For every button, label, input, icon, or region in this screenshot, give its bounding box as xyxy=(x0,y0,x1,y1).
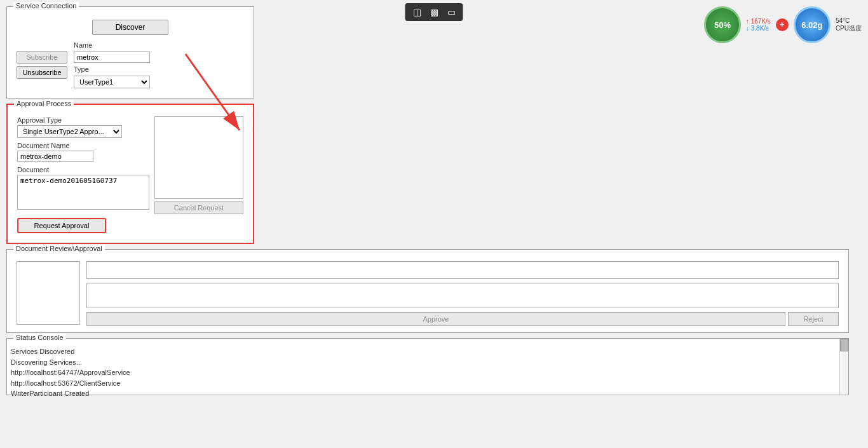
document-field: Document metrox-demo201605160737 xyxy=(17,166,149,212)
review-left-panel xyxy=(17,261,80,325)
status-console-panel: Status Console Services DiscoveredDiscov… xyxy=(6,338,849,395)
approval-type-select[interactable]: Single UserType2 Appro... xyxy=(17,125,122,138)
review-content: Approve Reject xyxy=(17,261,839,326)
approval-type-label: Approval Type xyxy=(17,116,149,124)
document-name-input[interactable] xyxy=(17,151,93,162)
status-line: WriterParticipant Created xyxy=(11,388,844,396)
approval-type-field: Approval Type Single UserType2 Appro... xyxy=(17,116,149,138)
status-console-content: Services DiscoveredDiscovering Services.… xyxy=(7,344,848,396)
document-textarea[interactable]: metrox-demo201605160737 xyxy=(17,175,149,210)
service-connection-title: Service Connection xyxy=(13,2,79,10)
name-label: Name xyxy=(74,41,150,49)
approve-button[interactable]: Approve xyxy=(86,312,785,326)
document-name-label: Document Name xyxy=(17,142,149,149)
status-scrollbar-thumb[interactable] xyxy=(840,339,848,351)
review-top-input[interactable] xyxy=(86,261,839,279)
status-line: Services Discovered xyxy=(11,346,844,357)
status-line: Discovering Services... xyxy=(11,357,844,368)
approval-process-panel: Approval Process Approval Type Single Us… xyxy=(6,104,254,244)
name-input[interactable] xyxy=(74,51,150,63)
approval-left: Approval Type Single UserType2 Appro... … xyxy=(17,116,149,233)
approval-right-textarea[interactable] xyxy=(154,116,243,199)
discover-button[interactable]: Discover xyxy=(92,20,168,35)
sub-unsub-group: Subscribe Unsubscribe xyxy=(17,51,67,79)
request-approval-button[interactable]: Request Approval xyxy=(17,218,106,233)
status-line: http://localhost:53672/ClientService xyxy=(11,378,844,389)
document-review-title: Document Review\Approval xyxy=(13,245,105,252)
status-scrollbar[interactable] xyxy=(839,339,848,395)
name-field-group: Name Type UserType1 xyxy=(74,41,150,88)
reject-button[interactable]: Reject xyxy=(788,312,839,326)
cancel-request-button[interactable]: Cancel Request xyxy=(154,201,243,214)
type-select[interactable]: UserType1 xyxy=(74,76,150,88)
main-content: Service Connection Discover Subscribe Un… xyxy=(0,0,868,448)
approval-right-panel: Cancel Request xyxy=(154,116,243,233)
service-connection-panel: Service Connection Discover Subscribe Un… xyxy=(6,6,254,98)
document-review-panel: Document Review\Approval Approve Reject xyxy=(6,249,849,333)
review-middle-input[interactable] xyxy=(86,283,839,308)
subscribe-button[interactable]: Subscribe xyxy=(17,51,67,64)
document-label: Document xyxy=(17,166,149,173)
approval-process-title: Approval Process xyxy=(14,100,74,107)
type-label: Type xyxy=(74,65,150,73)
unsubscribe-button[interactable]: Unsubscribe xyxy=(17,66,67,79)
document-name-field: Document Name xyxy=(17,142,149,162)
service-row: Subscribe Unsubscribe Name Type UserType… xyxy=(17,41,244,88)
status-console-title: Status Console xyxy=(13,334,66,341)
review-right-panel: Approve Reject xyxy=(86,261,839,326)
review-buttons: Approve Reject xyxy=(86,312,839,326)
approval-grid: Approval Type Single UserType2 Appro... … xyxy=(17,116,243,233)
status-line: http://localhost:64747/ApprovalService xyxy=(11,367,844,378)
